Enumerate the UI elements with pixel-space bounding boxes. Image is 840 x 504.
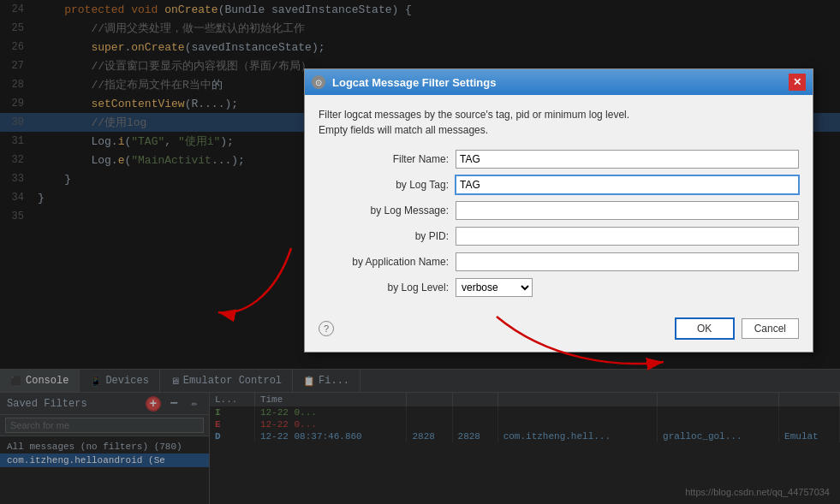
log-level-label: by Log Level: — [319, 282, 456, 294]
help-icon[interactable]: ? — [319, 321, 334, 336]
log-message-label: by Log Message: — [319, 205, 456, 216]
form-row-filter-name: Filter Name: — [319, 150, 799, 169]
dialog-titlebar: ⊙ Logcat Message Filter Settings ✕ — [305, 69, 813, 95]
filter-name-input[interactable] — [456, 150, 799, 169]
app-name-input[interactable] — [456, 252, 799, 271]
form-row-log-tag: by Log Tag: — [319, 175, 799, 194]
log-message-input[interactable] — [456, 201, 799, 220]
form-row-log-level: by Log Level: verbose debug info warn er… — [319, 278, 799, 297]
footer-help: ? — [319, 321, 668, 336]
form-row-app-name: by Application Name: — [319, 252, 799, 271]
dialog-title-icon: ⊙ — [312, 75, 325, 89]
dialog-title: Logcat Message Filter Settings — [332, 76, 789, 89]
filter-settings-dialog: ⊙ Logcat Message Filter Settings ✕ Filte… — [304, 68, 813, 353]
cancel-button[interactable]: Cancel — [742, 318, 799, 339]
dialog-body: Filter logcat messages by the source's t… — [305, 95, 813, 314]
dialog-footer: ? OK Cancel — [305, 314, 813, 352]
log-tag-label: by Log Tag: — [319, 179, 456, 191]
form-row-pid: by PID: — [319, 227, 799, 246]
log-tag-input[interactable] — [456, 175, 799, 194]
app-name-label: by Application Name: — [319, 256, 456, 268]
log-level-select[interactable]: verbose debug info warn error assert — [456, 278, 533, 297]
form-row-log-message: by Log Message: — [319, 201, 799, 220]
dialog-description: Filter logcat messages by the source's t… — [319, 107, 799, 138]
pid-label: by PID: — [319, 230, 456, 242]
filter-name-label: Filter Name: — [319, 153, 456, 165]
ok-button[interactable]: OK — [675, 317, 735, 340]
dialog-close-button[interactable]: ✕ — [789, 74, 806, 91]
pid-input[interactable] — [456, 227, 799, 246]
